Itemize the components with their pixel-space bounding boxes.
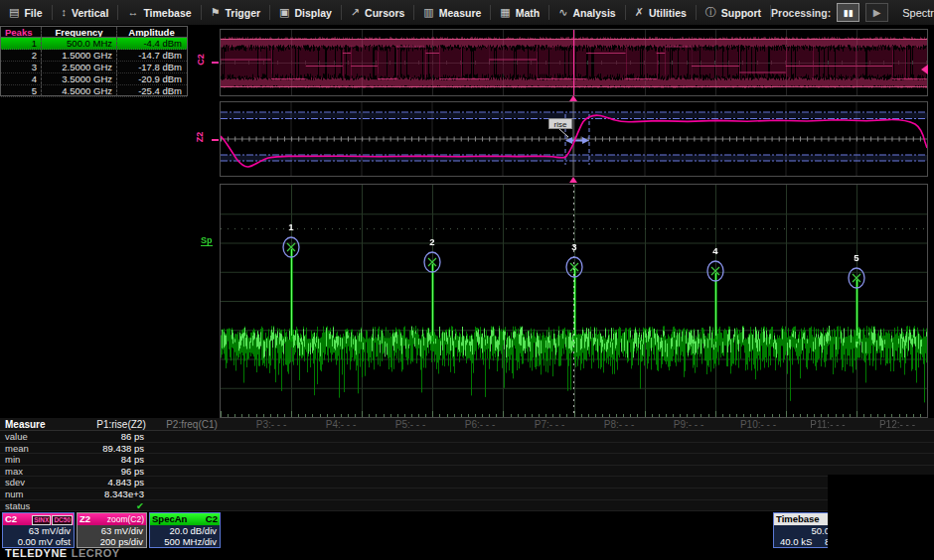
- trigger-position-marker-top[interactable]: [569, 95, 577, 101]
- peaks-table: PeaksFrequencyAmplitude 1500.0 MHz-4.4 d…: [0, 26, 188, 96]
- menu-item-utilities[interactable]: ✗Utilities: [626, 0, 696, 25]
- menu-item-utilities-label: Utilities: [649, 7, 687, 19]
- menu-item-trigger-label: Trigger: [226, 7, 261, 19]
- upper-threshold-band: [221, 113, 927, 119]
- menu-item-vertical[interactable]: ↕Vertical: [53, 0, 118, 25]
- measure-column-p4: P4:- - -: [326, 418, 357, 431]
- vertical-icon: ↕: [62, 7, 68, 18]
- menu-item-measure[interactable]: ▥Measure: [414, 0, 490, 25]
- svg-text:5: 5: [854, 252, 859, 263]
- peak-amplitude: -14.7 dBm: [117, 50, 186, 61]
- timebase-icon: ↔: [127, 7, 138, 18]
- c2-badge-sinx: SINX: [32, 515, 51, 525]
- analysis-icon: ∿: [558, 7, 567, 18]
- trigger-position-marker-bottom[interactable]: [569, 177, 577, 183]
- oscilloscope-screen: ▤File↕Vertical↔Timebase⚑Trigger▣Display↗…: [0, 0, 934, 560]
- pause-button[interactable]: ▮▮: [837, 3, 859, 22]
- menu-item-file-label: File: [24, 7, 42, 19]
- measure-column-p5: P5:- - -: [395, 418, 426, 431]
- z2-descriptor-body: 63 mV/div 200 ps/div: [78, 525, 146, 547]
- specan-descriptor-box[interactable]: SpecAn C2 20.0 dB/div 500 MHz/div: [149, 512, 221, 548]
- support-icon: ⓘ: [705, 7, 716, 18]
- rise-label-pointer: [559, 129, 568, 137]
- play-button[interactable]: ▶: [865, 3, 888, 22]
- specan-trace-label[interactable]: Sp: [201, 235, 213, 246]
- measure-row-value: 89.438 ps: [0, 443, 144, 455]
- c2-trace-label[interactable]: C2: [196, 54, 206, 66]
- measure-column-p1[interactable]: P1:rise(Z2): [96, 418, 145, 431]
- processing-label: Processing:: [771, 7, 831, 19]
- peak-amplitude: -20.9 dBm: [117, 73, 186, 84]
- c2-waveform-grid: [220, 29, 928, 96]
- menu-item-analysis[interactable]: ∿Analysis: [549, 0, 624, 25]
- peaks-row[interactable]: 1500.0 MHz-4.4 dBm: [1, 38, 187, 50]
- measure-row-sdev: sdev4.843 ps: [0, 477, 934, 489]
- measure-table: Measure P1:rise(Z2)P2:freq(C1)P3:- - -P4…: [0, 418, 934, 511]
- menu-item-display[interactable]: ▣Display: [270, 0, 341, 25]
- peak-amplitude: -25.4 dBm: [117, 85, 186, 96]
- z2-descriptor-box[interactable]: Z2 zoom(C2) 63 mV/div 200 ps/div: [77, 512, 147, 548]
- measure-column-p2[interactable]: P2:freq(C1): [166, 418, 218, 431]
- mode-label: Spectrum: [902, 7, 934, 19]
- z2-scale: 63 mV/div: [80, 525, 143, 536]
- timebase-scale: 50.0: [774, 525, 830, 536]
- peaks-row[interactable]: 32.5000 GHz-17.8 dBm: [1, 62, 187, 73]
- measure-row-mean: mean89.438 ps: [0, 443, 934, 455]
- c2-badge-dc50: DC50: [52, 515, 73, 525]
- menu-item-cursors[interactable]: ↗Cursors: [342, 0, 413, 25]
- peaks-row[interactable]: 54.5000 GHz-25.4 dBm: [1, 85, 187, 97]
- svg-text:2: 2: [430, 236, 435, 247]
- z2-zoom-grid: [220, 101, 928, 177]
- c2-badges: SINXDC50: [31, 514, 73, 526]
- menu-item-trigger[interactable]: ⚑Trigger: [202, 0, 269, 25]
- z2-offset-tick: [212, 139, 219, 141]
- svg-text:1: 1: [288, 221, 294, 232]
- measure-row-value: 86 ps: [0, 431, 144, 443]
- specan-descriptor-name: SpecAn: [152, 513, 187, 524]
- z2-descriptor-header: Z2 zoom(C2): [78, 513, 146, 525]
- spectrum-peak-marker-4: 4: [703, 245, 727, 283]
- c2-trace: [221, 30, 927, 95]
- peak-number: 4: [1, 73, 42, 84]
- utilities-icon: ✗: [635, 7, 644, 18]
- peak-frequency: 3.5000 GHz: [42, 73, 117, 84]
- spectrum-peak-marker-1: 1: [279, 221, 303, 259]
- menu-item-timebase[interactable]: ↔Timebase: [118, 0, 200, 25]
- c2-scale: 63 mV/div: [6, 525, 71, 536]
- peak-frequency: 2.5000 GHz: [42, 62, 117, 72]
- status-ok-icon: ✔: [0, 500, 144, 512]
- measure-row-num: num8.343e+3: [0, 489, 934, 500]
- logo-brand: TELEDYNE: [5, 547, 68, 559]
- trigger-level-arrow[interactable]: [921, 65, 928, 74]
- measure-column-p3: P3:- - -: [256, 418, 287, 431]
- peaks-row[interactable]: 43.5000 GHz-20.9 dBm: [1, 73, 187, 85]
- menu-item-file[interactable]: ▤File: [0, 0, 52, 25]
- measure-row-status: status✔: [0, 500, 934, 512]
- measure-title: Measure: [5, 418, 46, 431]
- c2-offset-tick: [212, 62, 219, 64]
- display-icon: ▣: [279, 7, 289, 18]
- z2-trace-label[interactable]: Z2: [195, 132, 205, 143]
- menu-item-math[interactable]: ▦Math: [491, 0, 548, 25]
- c2-descriptor-body: 63 mV/div 0.00 mV ofst: [3, 525, 74, 547]
- menu-bar: ▤File↕Vertical↔Timebase⚑Trigger▣Display↗…: [0, 0, 934, 25]
- measure-column-p9: P9:- - -: [674, 418, 704, 431]
- blank-region: [828, 475, 934, 560]
- specan-descriptor-body: 20.0 dB/div 500 MHz/div: [150, 525, 220, 547]
- c2-descriptor-box[interactable]: C2 SINXDC50 63 mV/div 0.00 mV ofst: [2, 512, 75, 548]
- trigger-icon: ⚑: [211, 7, 221, 18]
- measure-column-p6: P6:- - -: [465, 418, 496, 431]
- processing-group: Processing: ▮▮ ▶ Spectrum Undo ↶: [771, 1, 934, 24]
- peaks-row[interactable]: 21.5000 GHz-14.7 dBm: [1, 50, 187, 62]
- specan-scale: 20.0 dB/div: [153, 525, 217, 536]
- measure-column-p10: P10:- - -: [740, 418, 776, 431]
- peaks-header-peaks: Peaks: [1, 27, 42, 37]
- measure-icon: ▥: [423, 7, 433, 18]
- menu-item-support[interactable]: ⓘSupport: [697, 0, 770, 25]
- peak-number: 2: [1, 50, 42, 61]
- timebase-samples: 40.0 kS: [780, 536, 812, 547]
- z2-source: zoom(C2): [107, 513, 144, 525]
- peak-amplitude: -17.8 dBm: [117, 62, 186, 72]
- svg-text:3: 3: [571, 241, 576, 252]
- spectrum-peak-marker-2: 2: [420, 236, 444, 274]
